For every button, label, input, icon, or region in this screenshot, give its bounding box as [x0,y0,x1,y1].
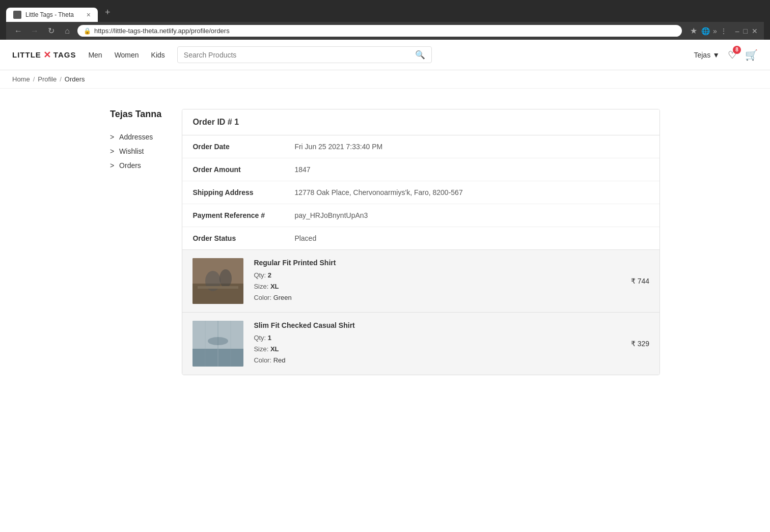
tab-close-icon[interactable]: × [87,11,91,19]
url-bar[interactable]: 🔒 https://little-tags-theta.netlify.app/… [77,25,682,37]
new-tab-button[interactable]: + [100,4,116,21]
product-image-2 [193,321,243,367]
product-meta-1: Qty: 2 Size: XL Color: Green [254,270,620,303]
search-button[interactable]: 🔍 [415,50,425,60]
order-date-row: Order Date Fri Jun 25 2021 7:33:40 PM [182,135,659,158]
order-date-label: Order Date [182,135,284,158]
order-card: Order ID # 1 Order Date Fri Jun 25 2021 … [182,109,660,375]
search-bar[interactable]: 🔍 [177,46,432,63]
payment-reference-row: Payment Reference # pay_HRJoBnyntUpAn3 [182,204,659,227]
order-title: Order ID # 1 [193,118,239,126]
tab-favicon [13,11,21,19]
search-input[interactable] [184,51,411,59]
more-extensions-icon[interactable]: » [713,27,717,35]
browser-extensions: 🌐 » ⋮ [701,27,727,35]
sidebar-item-orders[interactable]: > Orders [110,158,161,173]
breadcrumb: Home / Profile / Orders [0,70,770,89]
sidebar-prefix-addresses: > [110,133,116,141]
breadcrumb-separator-1: / [33,75,35,83]
logo-icon: ✕ [43,49,51,61]
reload-button[interactable]: ↻ [45,26,57,36]
product-name-2: Slim Fit Checked Casual Shirt [254,321,620,329]
product-info-2: Slim Fit Checked Casual Shirt Qty: 1 Siz… [254,321,620,366]
sidebar-item-addresses[interactable]: > Addresses [110,130,161,144]
nav-kids[interactable]: Kids [151,51,165,59]
header-right: Tejas ▼ ♡ 8 🛒 [694,49,758,61]
breadcrumb-current: Orders [65,75,85,83]
back-button[interactable]: ← [12,26,24,36]
payment-reference-value: pay_HRJoBnyntUpAn3 [284,204,659,227]
order-date-value: Fri Jun 25 2021 7:33:40 PM [284,135,659,158]
product-item-1: Regular Fit Printed Shirt Qty: 2 Size: X… [182,249,659,312]
app-header: LITTLE ✕ TAGS Men Women Kids 🔍 Tejas ▼ ♡… [0,40,770,70]
user-menu[interactable]: Tejas ▼ [694,51,720,59]
logo[interactable]: LITTLE ✕ TAGS [12,49,76,61]
product-meta-2: Qty: 1 Size: XL Color: Red [254,332,620,366]
bookmark-star-icon[interactable]: ★ [690,26,697,36]
nav-women[interactable]: Women [115,51,139,59]
product-name-1: Regular Fit Printed Shirt [254,259,620,267]
sidebar-user-name: Tejas Tanna [110,109,161,120]
shipping-address-row: Shipping Address 12778 Oak Place, Chervo… [182,181,659,204]
breadcrumb-separator-2: / [60,75,62,83]
main-nav: Men Women Kids [88,51,164,59]
wishlist-badge: 8 [733,46,741,54]
order-status-label: Order Status [182,227,284,250]
product-info-1: Regular Fit Printed Shirt Qty: 2 Size: X… [254,259,620,303]
browser-chrome: Little Tags - Theta × + ← → ↻ ⌂ 🔒 https:… [0,0,770,40]
shipping-address-value: 12778 Oak Place, Chervonoarmiys'k, Faro,… [284,181,659,204]
order-status-row: Order Status Placed [182,227,659,250]
wishlist-button[interactable]: ♡ 8 [728,49,737,61]
payment-reference-label: Payment Reference # [182,204,284,227]
maximize-button[interactable]: □ [744,27,748,35]
svg-point-10 [208,337,228,345]
breadcrumb-home[interactable]: Home [12,75,30,83]
user-dropdown-icon: ▼ [712,51,720,59]
extension-globe-icon[interactable]: 🌐 [701,27,710,35]
order-status-value: Placed [284,227,659,250]
order-details-table: Order Date Fri Jun 25 2021 7:33:40 PM Or… [182,135,659,249]
sidebar-label-wishlist: Wishlist [119,147,144,155]
sidebar-label-orders: Orders [119,161,141,170]
sidebar-item-wishlist[interactable]: > Wishlist [110,144,161,158]
close-button[interactable]: ✕ [752,27,758,35]
menu-icon[interactable]: ⋮ [720,27,727,35]
main-content: Tejas Tanna > Addresses > Wishlist > Ord… [79,89,691,396]
minimize-button[interactable]: – [735,27,739,35]
url-text: https://little-tags-theta.netlify.app/pr… [94,27,676,35]
shipping-address-label: Shipping Address [182,181,284,204]
window-controls: – □ ✕ [735,27,758,35]
order-amount-label: Order Amount [182,158,284,181]
order-card-header: Order ID # 1 [182,109,659,135]
order-section: Order ID # 1 Order Date Fri Jun 25 2021 … [182,109,660,375]
order-amount-row: Order Amount 1847 [182,158,659,181]
nav-men[interactable]: Men [88,51,102,59]
sidebar-label-addresses: Addresses [119,133,153,141]
product-price-1: ₹ 744 [631,277,649,285]
breadcrumb-profile[interactable]: Profile [38,75,57,83]
svg-rect-4 [198,286,238,289]
sidebar-prefix-orders: > [110,161,116,170]
logo-text-left: LITTLE [12,50,41,59]
sidebar: Tejas Tanna > Addresses > Wishlist > Ord… [110,109,161,375]
svg-point-3 [219,269,232,288]
product-price-2: ₹ 329 [631,340,649,348]
forward-button[interactable]: → [29,26,41,36]
home-button[interactable]: ⌂ [61,26,73,36]
cart-button[interactable]: 🛒 [745,49,758,61]
tab-title: Little Tags - Theta [25,11,82,18]
user-name: Tejas [694,51,710,59]
product-item-2: Slim Fit Checked Casual Shirt Qty: 1 Siz… [182,312,659,375]
product-image-1 [193,258,243,304]
order-amount-value: 1847 [284,158,659,181]
logo-text-right: TAGS [53,50,76,59]
sidebar-prefix-wishlist: > [110,147,116,155]
active-tab[interactable]: Little Tags - Theta × [6,8,98,22]
shield-icon: 🔒 [84,27,91,35]
